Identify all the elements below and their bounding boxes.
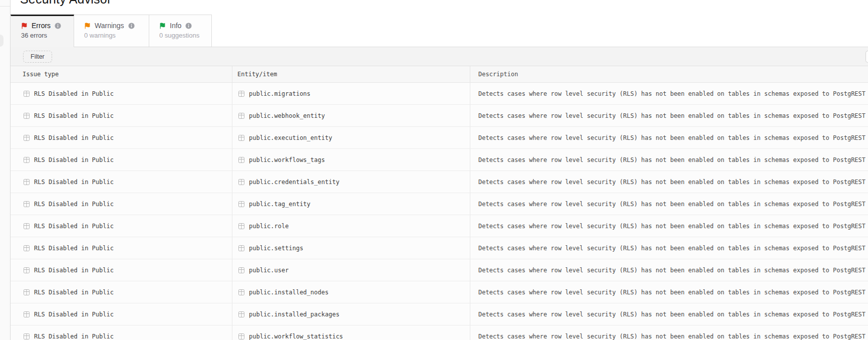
- description-cell: Detects cases where row level security (…: [470, 193, 868, 215]
- entity-item-cell: public.credentials_entity: [232, 171, 470, 193]
- table-icon: [23, 266, 31, 274]
- table-icon: [237, 156, 245, 164]
- flag-icon: [21, 23, 28, 29]
- entity-item-cell: public.installed_packages: [232, 303, 470, 325]
- table-icon: [237, 244, 245, 252]
- table-header-row: Issue type Entity/item Description: [11, 66, 868, 83]
- tab-info[interactable]: Info 0 suggestions: [149, 15, 212, 47]
- tab-errors[interactable]: Errors 36 errors: [11, 15, 74, 47]
- info-icon: [128, 23, 135, 29]
- table-icon: [23, 288, 31, 296]
- security-advisor-panel: Security Advisor Errors 36 errors: [10, 0, 868, 340]
- issue-type-cell: RLS Disabled in Public: [11, 127, 232, 148]
- tab-count-label: 0 warnings: [84, 32, 149, 39]
- issue-type-cell: RLS Disabled in Public: [11, 215, 232, 237]
- table-icon: [23, 112, 31, 120]
- entity-item-cell: public.workflow_statistics: [232, 325, 470, 340]
- table-icon: [237, 310, 245, 318]
- table-icon: [237, 134, 245, 142]
- table-icon: [23, 244, 31, 252]
- table-icon: [23, 200, 31, 208]
- info-icon: [185, 23, 192, 29]
- table-icon: [237, 222, 245, 230]
- table-icon: [23, 156, 31, 164]
- entity-item-cell: public.tag_entity: [232, 193, 470, 215]
- background-page-strip: [0, 0, 10, 340]
- issue-type-cell: RLS Disabled in Public: [11, 105, 232, 126]
- description-cell: Detects cases where row level security (…: [470, 127, 868, 148]
- table-icon: [23, 178, 31, 186]
- table-icon: [23, 134, 31, 142]
- issues-table: Issue type Entity/item Description: [11, 66, 868, 340]
- table-icon: [23, 310, 31, 318]
- entity-item-cell: public.role: [232, 215, 470, 237]
- description-cell: Detects cases where row level security (…: [470, 281, 868, 303]
- table-row[interactable]: RLS Disabled in Public public.credential…: [11, 171, 868, 193]
- panel-header: Security Advisor: [11, 0, 868, 15]
- tab-count-label: 36 errors: [21, 32, 74, 39]
- info-icon: [55, 23, 61, 29]
- issue-type-cell: RLS Disabled in Public: [11, 237, 232, 259]
- table-row[interactable]: RLS Disabled in Public public.role Detec…: [11, 215, 868, 237]
- table-row[interactable]: RLS Disabled in Public public.workflow_s…: [11, 325, 868, 340]
- table-row[interactable]: RLS Disabled in Public public.tag_entity…: [11, 193, 868, 215]
- table-row[interactable]: RLS Disabled in Public public.webhook_en…: [11, 105, 868, 127]
- clipped-right-edge-button[interactable]: [865, 51, 868, 63]
- tab-label: Warnings: [95, 22, 124, 30]
- column-header-issue-type: Issue type: [11, 66, 232, 82]
- table-row[interactable]: RLS Disabled in Public public.user Detec…: [11, 259, 868, 281]
- table-icon: [237, 332, 245, 340]
- tab-bar-filler: [212, 15, 868, 47]
- entity-item-cell: public.webhook_entity: [232, 105, 470, 126]
- description-cell: Detects cases where row level security (…: [470, 171, 868, 193]
- entity-item-cell: public.settings: [232, 237, 470, 259]
- issue-type-cell: RLS Disabled in Public: [11, 303, 232, 325]
- table-row[interactable]: RLS Disabled in Public public.installed_…: [11, 281, 868, 303]
- table-row[interactable]: RLS Disabled in Public public.workflows_…: [11, 149, 868, 171]
- description-cell: Detects cases where row level security (…: [470, 215, 868, 237]
- page-title: Security Advisor: [20, 0, 868, 6]
- screen: Security Advisor Errors 36 errors: [0, 0, 868, 340]
- description-cell: Detects cases where row level security (…: [470, 303, 868, 325]
- issue-type-cell: RLS Disabled in Public: [11, 281, 232, 303]
- background-divider: [0, 6, 10, 7]
- table-icon: [237, 112, 245, 120]
- background-nav-pill: [0, 35, 4, 47]
- table-icon: [23, 332, 31, 340]
- flag-icon: [84, 23, 91, 29]
- tab-warnings[interactable]: Warnings 0 warnings: [74, 15, 149, 47]
- table-icon: [237, 266, 245, 274]
- flag-icon: [159, 23, 166, 29]
- description-cell: Detects cases where row level security (…: [470, 149, 868, 171]
- issue-type-cell: RLS Disabled in Public: [11, 325, 232, 340]
- tab-bar: Errors 36 errors Warnings: [11, 15, 868, 47]
- table-icon: [237, 288, 245, 296]
- issue-type-cell: RLS Disabled in Public: [11, 83, 232, 104]
- table-body: RLS Disabled in Public public.migrations…: [11, 83, 868, 340]
- table-row[interactable]: RLS Disabled in Public public.migrations…: [11, 83, 868, 105]
- table-icon: [23, 222, 31, 230]
- entity-item-cell: public.user: [232, 259, 470, 281]
- tab-label: Errors: [32, 22, 51, 30]
- issue-type-cell: RLS Disabled in Public: [11, 149, 232, 171]
- description-cell: Detects cases where row level security (…: [470, 325, 868, 340]
- filter-button[interactable]: Filter: [23, 51, 52, 63]
- table-icon: [237, 90, 245, 98]
- issue-type-cell: RLS Disabled in Public: [11, 193, 232, 215]
- entity-item-cell: public.installed_nodes: [232, 281, 470, 303]
- table-icon: [237, 200, 245, 208]
- issue-type-cell: RLS Disabled in Public: [11, 259, 232, 281]
- entity-item-cell: public.migrations: [232, 83, 470, 104]
- column-header-description: Description: [470, 66, 868, 82]
- table-icon: [237, 178, 245, 186]
- description-cell: Detects cases where row level security (…: [470, 105, 868, 126]
- entity-item-cell: public.execution_entity: [232, 127, 470, 148]
- table-row[interactable]: RLS Disabled in Public public.installed_…: [11, 303, 868, 325]
- filter-bar: Filter: [11, 47, 868, 66]
- table-row[interactable]: RLS Disabled in Public public.execution_…: [11, 127, 868, 149]
- tab-count-label: 0 suggestions: [159, 32, 211, 39]
- table-row[interactable]: RLS Disabled in Public public.settings D…: [11, 237, 868, 259]
- table-icon: [23, 90, 31, 98]
- description-cell: Detects cases where row level security (…: [470, 259, 868, 281]
- description-cell: Detects cases where row level security (…: [470, 83, 868, 104]
